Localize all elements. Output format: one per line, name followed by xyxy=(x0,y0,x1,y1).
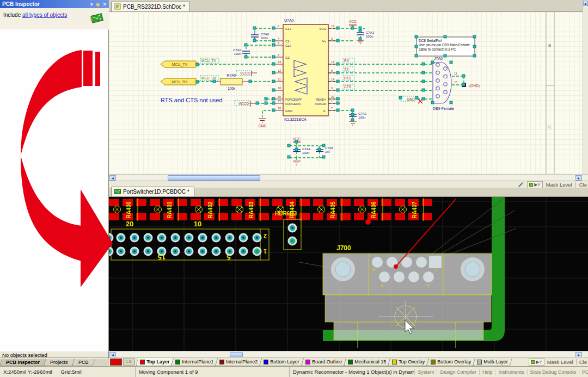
svg-text:100k: 100k xyxy=(228,86,236,90)
pcb-tabbar: PortSwitcher1D.PCBDOC * xyxy=(109,188,588,197)
svg-text:GND: GND xyxy=(285,109,293,113)
svg-text:C7A5: C7A5 xyxy=(325,146,334,150)
include-label: Include xyxy=(3,12,21,18)
note-textframe[interactable]: DCE SerialPort Use pin-for-pin DB9 Male-… xyxy=(416,37,475,56)
svg-text:1: 1 xyxy=(435,267,438,272)
situs-debug-console-button[interactable]: Situs Debug Console xyxy=(527,369,579,375)
svg-text:RA402: RA402 xyxy=(207,201,213,219)
svg-text:FORCEOFF: FORCEOFF xyxy=(285,98,302,101)
system-button[interactable]: System xyxy=(414,369,437,375)
schematic-hscrollbar[interactable]: ◄ ► xyxy=(109,174,588,181)
svg-text:INVALID: INVALID xyxy=(315,102,326,106)
filter-dot-icon xyxy=(531,360,535,364)
svg-text:2: 2 xyxy=(278,24,279,28)
svg-text:VCCO: VCCO xyxy=(240,71,250,75)
wizard-icon[interactable] xyxy=(518,182,524,187)
svg-text:RA403: RA403 xyxy=(248,201,254,219)
svg-text:17: 17 xyxy=(331,60,334,64)
help-button[interactable]: Help xyxy=(479,369,495,375)
svg-text:9: 9 xyxy=(426,283,429,288)
db9-connector-symbol[interactable] xyxy=(433,63,451,103)
include-scope-link[interactable]: all types of objects xyxy=(22,12,67,18)
cursor-coordinates: X:2450mil Y:-2960mil xyxy=(3,369,52,375)
svg-text:100n: 100n xyxy=(302,151,309,154)
layer-tab-mechanical15[interactable]: Mechanical 15 xyxy=(344,358,390,366)
pcb-canvas[interactable]: RA400 RA401 RA402 RA403 RA404 RA405 RA40… xyxy=(109,197,588,351)
filter-widget[interactable]: ▶Y xyxy=(529,359,544,366)
sheet-zone-label: B xyxy=(548,43,551,48)
mask-level-button[interactable]: Mask Level xyxy=(547,359,573,365)
layer-tab-internalplane1[interactable]: InternalPlane1 xyxy=(171,358,218,366)
svg-text:8: 8 xyxy=(331,69,333,72)
dock-tab-projects[interactable]: Projects xyxy=(44,359,75,366)
clear-button[interactable]: Cle xyxy=(579,359,587,365)
pcb-button[interactable]: PCB xyxy=(579,369,588,375)
svg-text:2: 2 xyxy=(264,233,267,239)
status-bar: X:2450mil Y:-2960mil Grid:5mil Moving Co… xyxy=(0,366,588,377)
clear-button[interactable]: Cle xyxy=(579,182,587,188)
mask-level-button[interactable]: Mask Level xyxy=(546,182,572,188)
statusbar-buttons: System Design Compiler Help Instruments … xyxy=(414,367,588,377)
power-vcc-top[interactable]: VCC xyxy=(349,20,357,25)
schematic-vscrollbar[interactable]: ▲ xyxy=(583,0,588,174)
svg-text:Use pin-for-pin DB9 Male-Femal: Use pin-for-pin DB9 Male-Female xyxy=(419,43,470,47)
layer-tab-multi-layer[interactable]: Multi-Layer xyxy=(473,358,512,366)
pcb-inspector-titlebar[interactable]: PCB Inspector ▾ ◉ ✕ xyxy=(0,0,109,8)
dock-tab-pcb[interactable]: PCB xyxy=(71,359,95,366)
scroll-thumb[interactable] xyxy=(168,175,260,181)
layer-tab-top-layer[interactable]: Top Layer xyxy=(136,358,174,366)
panel-menu-icon[interactable]: ▾ xyxy=(90,2,93,7)
layer-tab-top-overlay[interactable]: Top Overlay xyxy=(388,358,429,366)
svg-text:19: 19 xyxy=(331,24,334,28)
inspector-status-text: No objects selected xyxy=(0,351,108,358)
layer-tab-bottom-layer[interactable]: Bottom Layer xyxy=(259,358,304,366)
panel-close-icon[interactable]: ✕ xyxy=(102,2,107,7)
svg-text:13: 13 xyxy=(278,60,281,64)
capacitor-c7a0[interactable]: C7A0 100n xyxy=(251,33,270,40)
svg-text:1nF: 1nF xyxy=(325,150,331,153)
db9-pin11: 11 xyxy=(454,72,457,75)
layer-tab-board-outline[interactable]: Board Outline xyxy=(301,358,346,366)
svg-text:6: 6 xyxy=(381,283,383,288)
svg-text:C2+: C2+ xyxy=(285,44,292,47)
svg-text:READY: READY xyxy=(316,98,327,101)
svg-text:FORCEON: FORCEON xyxy=(285,102,301,106)
pcb-document-tab[interactable]: PortSwitcher1D.PCBDOC * xyxy=(111,187,194,196)
port-mcu-tx[interactable]: MCU_TX xyxy=(161,61,199,67)
schematic-tabbar: PCB_RS2321D.SchDoc * xyxy=(109,0,588,12)
panel-pin-icon[interactable]: ◉ xyxy=(96,2,100,7)
capacitor-c7a2[interactable]: C7A2 100n xyxy=(233,48,250,55)
instruments-button[interactable]: Instruments xyxy=(495,369,526,375)
svg-text:11: 11 xyxy=(278,78,281,81)
design-compiler-button[interactable]: Design Compiler xyxy=(437,369,479,375)
schematic-canvas[interactable]: B C xyxy=(109,12,588,174)
ic-symbol[interactable]: U7A0 ICL3221ECA C1+ C1- C2+ C2- FORCEOFF… xyxy=(275,18,336,121)
layer-tab-bar: LS Top Layer InternalPlane1 InternalPlan… xyxy=(109,357,588,366)
j700-label: J700 xyxy=(336,244,351,252)
svg-text:15: 15 xyxy=(278,100,281,103)
resistor-symbol[interactable]: R7A0 100k xyxy=(216,73,250,90)
svg-text:20: 20 xyxy=(331,95,334,98)
svg-text:RA406: RA406 xyxy=(371,201,377,219)
scroll-left-icon[interactable]: ◄ xyxy=(109,175,116,181)
svg-text:6: 6 xyxy=(278,53,279,57)
layer-set-box[interactable]: LS xyxy=(123,359,135,366)
svg-text:GND: GND xyxy=(259,124,267,128)
svg-text:7: 7 xyxy=(331,107,333,110)
hdr6d3-label: HDR6D3 xyxy=(275,211,297,217)
filter-widget[interactable]: ▶Y xyxy=(527,181,543,188)
svg-text:100n: 100n xyxy=(234,52,241,55)
port-mcu-rx[interactable]: MCU_RX xyxy=(161,78,199,85)
capacitor-c7a1[interactable]: C7A1 100n xyxy=(357,31,375,44)
layer-tab-internalplane2[interactable]: InternalPlane2 xyxy=(215,358,262,366)
scroll-right-icon[interactable]: ► xyxy=(575,175,582,181)
svg-text:5: 5 xyxy=(278,41,279,45)
layer-tab-bottom-overlay[interactable]: Bottom Overlay xyxy=(426,358,475,366)
db9-type-label: DB9 Female xyxy=(433,107,454,110)
pcb-inspector-panel: PCB Inspector ▾ ◉ ✕ Include all types of… xyxy=(0,0,109,30)
dock-tab-pcb-inspector[interactable]: PCB Inspector xyxy=(0,359,46,366)
scroll-up-icon[interactable]: ▲ xyxy=(583,1,588,6)
current-layer-swatch[interactable] xyxy=(110,359,122,366)
decoupling-cluster[interactable]: VCC C7A4 100n C7A5 1nF xyxy=(293,137,334,165)
schematic-document-tab[interactable]: PCB_RS2321D.SchDoc * xyxy=(111,2,190,11)
